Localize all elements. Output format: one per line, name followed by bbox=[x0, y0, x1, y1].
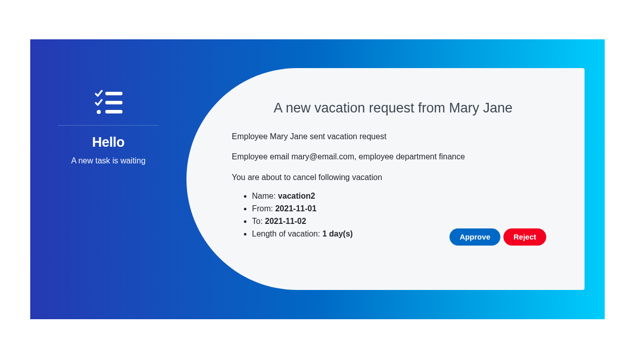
svg-rect-3 bbox=[105, 110, 122, 113]
request-line-3: You are about to cancel following vacati… bbox=[232, 172, 554, 183]
sidebar-divider bbox=[58, 125, 159, 126]
detail-length-label: Length of vacation: bbox=[252, 229, 323, 238]
content-card: A new vacation request from Mary Jane Em… bbox=[186, 68, 585, 290]
detail-to-value: 2021-11-02 bbox=[265, 217, 306, 225]
detail-from-value: 2021-11-01 bbox=[275, 204, 316, 213]
detail-to-label: To: bbox=[252, 217, 265, 225]
sidebar-greeting: Hello bbox=[50, 135, 166, 150]
svg-rect-1 bbox=[105, 101, 122, 104]
approve-button[interactable]: Approve bbox=[449, 228, 500, 246]
detail-name: Name: vacation2 bbox=[252, 190, 554, 203]
detail-name-label: Name: bbox=[252, 192, 278, 200]
detail-length-value: 1 day(s) bbox=[323, 229, 353, 238]
notification-card: Hello A new task is waiting A new vacati… bbox=[30, 39, 605, 319]
content-title: A new vacation request from Mary Jane bbox=[232, 100, 554, 116]
request-line-1: Employee Mary Jane sent vacation request bbox=[232, 131, 554, 142]
task-list-icon bbox=[50, 90, 166, 116]
detail-name-value: vacation2 bbox=[278, 192, 315, 200]
content-body: Employee Mary Jane sent vacation request… bbox=[232, 131, 554, 240]
svg-point-2 bbox=[97, 110, 101, 114]
action-buttons: Approve Reject bbox=[449, 228, 546, 246]
sidebar-subtitle: A new task is waiting bbox=[50, 156, 166, 165]
svg-rect-0 bbox=[105, 92, 122, 95]
sidebar: Hello A new task is waiting bbox=[30, 39, 186, 319]
request-line-2: Employee email mary@email.com, employee … bbox=[232, 151, 554, 162]
reject-button[interactable]: Reject bbox=[503, 228, 546, 246]
detail-from: From: 2021-11-01 bbox=[252, 203, 554, 215]
detail-to: To: 2021-11-02 bbox=[252, 215, 554, 228]
detail-from-label: From: bbox=[252, 204, 275, 213]
